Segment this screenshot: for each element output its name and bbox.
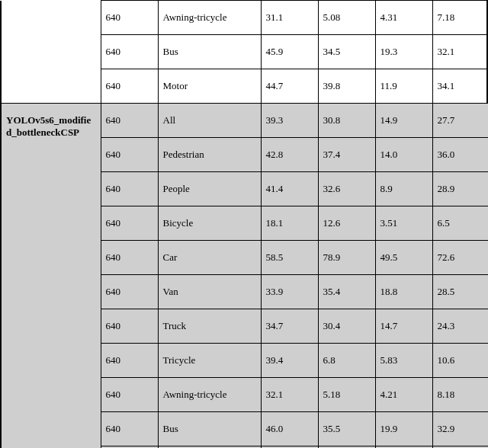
table-row: 640Awning-tricycle31.15.084.317.18	[1, 1, 488, 35]
metric-1: 58.5	[261, 241, 318, 275]
size-cell: 640	[101, 412, 158, 446]
class-cell: People	[158, 172, 261, 206]
size-cell: 640	[101, 104, 158, 138]
metric-3: 19.9	[375, 412, 432, 446]
metric-2: 5.08	[318, 1, 375, 35]
results-table: 640Awning-tricycle31.15.084.317.18640Bus…	[0, 0, 488, 448]
size-cell: 640	[101, 206, 158, 241]
metric-1: 42.8	[261, 138, 318, 172]
metric-4: 34.1	[432, 69, 488, 104]
metric-4: 36.0	[432, 138, 488, 172]
size-cell: 640	[101, 35, 158, 69]
metric-4: 8.18	[432, 378, 488, 412]
class-cell: Tricycle	[158, 344, 261, 378]
metric-1: 45.9	[261, 35, 318, 69]
metric-2: 37.4	[318, 138, 375, 172]
size-cell: 640	[101, 309, 158, 344]
metric-1: 46.0	[261, 412, 318, 446]
metric-2: 32.6	[318, 172, 375, 206]
class-cell: Awning-tricycle	[158, 378, 261, 412]
metric-3: 8.9	[375, 172, 432, 206]
model-name-cell: YOLOv5s6_modified_bottleneckCSP	[1, 104, 101, 449]
metric-1: 44.7	[261, 69, 318, 104]
class-cell: Car	[158, 241, 261, 275]
metric-4: 24.3	[432, 309, 488, 344]
metric-1: 18.1	[261, 206, 318, 241]
metric-4: 28.5	[432, 275, 488, 309]
size-cell: 640	[101, 241, 158, 275]
metric-4: 32.1	[432, 35, 488, 69]
metric-3: 5.83	[375, 344, 432, 378]
metric-3: 14.7	[375, 309, 432, 344]
class-cell: Van	[158, 275, 261, 309]
metric-2: 34.5	[318, 35, 375, 69]
class-cell: Truck	[158, 309, 261, 344]
size-cell: 640	[101, 69, 158, 104]
metric-2: 78.9	[318, 241, 375, 275]
metric-4: 27.7	[432, 104, 488, 138]
class-cell: All	[158, 104, 261, 138]
size-cell: 640	[101, 378, 158, 412]
metric-3: 19.3	[375, 35, 432, 69]
metric-2: 30.8	[318, 104, 375, 138]
metric-1: 34.7	[261, 309, 318, 344]
metric-4: 72.6	[432, 241, 488, 275]
metric-1: 39.3	[261, 104, 318, 138]
metric-2: 6.8	[318, 344, 375, 378]
metric-2: 30.4	[318, 309, 375, 344]
metric-2: 35.4	[318, 275, 375, 309]
metric-2: 35.5	[318, 412, 375, 446]
size-cell: 640	[101, 344, 158, 378]
metric-4: 6.5	[432, 206, 488, 241]
metric-3: 4.21	[375, 378, 432, 412]
metric-3: 14.9	[375, 104, 432, 138]
class-cell: Bus	[158, 35, 261, 69]
size-cell: 640	[101, 1, 158, 35]
metric-4: 32.9	[432, 412, 488, 446]
metric-3: 18.8	[375, 275, 432, 309]
metric-2: 12.6	[318, 206, 375, 241]
metric-2: 5.18	[318, 378, 375, 412]
size-cell: 640	[101, 138, 158, 172]
metric-1: 39.4	[261, 344, 318, 378]
table-row: YOLOv5s6_modified_bottleneckCSP640All39.…	[1, 104, 488, 138]
metric-4: 7.18	[432, 1, 488, 35]
metric-1: 32.1	[261, 378, 318, 412]
metric-3: 11.9	[375, 69, 432, 104]
metric-3: 3.51	[375, 206, 432, 241]
class-cell: Pedestrian	[158, 138, 261, 172]
class-cell: Motor	[158, 69, 261, 104]
metric-4: 10.6	[432, 344, 488, 378]
metric-3: 4.31	[375, 1, 432, 35]
size-cell: 640	[101, 275, 158, 309]
size-cell: 640	[101, 172, 158, 206]
metric-1: 41.4	[261, 172, 318, 206]
class-cell: Bus	[158, 412, 261, 446]
class-cell: Bicycle	[158, 206, 261, 241]
metric-2: 39.8	[318, 69, 375, 104]
metric-3: 14.0	[375, 138, 432, 172]
class-cell: Awning-tricycle	[158, 1, 261, 35]
metric-1: 31.1	[261, 1, 318, 35]
metric-4: 28.9	[432, 172, 488, 206]
metric-1: 33.9	[261, 275, 318, 309]
metric-3: 49.5	[375, 241, 432, 275]
model-name-cell	[1, 1, 101, 104]
